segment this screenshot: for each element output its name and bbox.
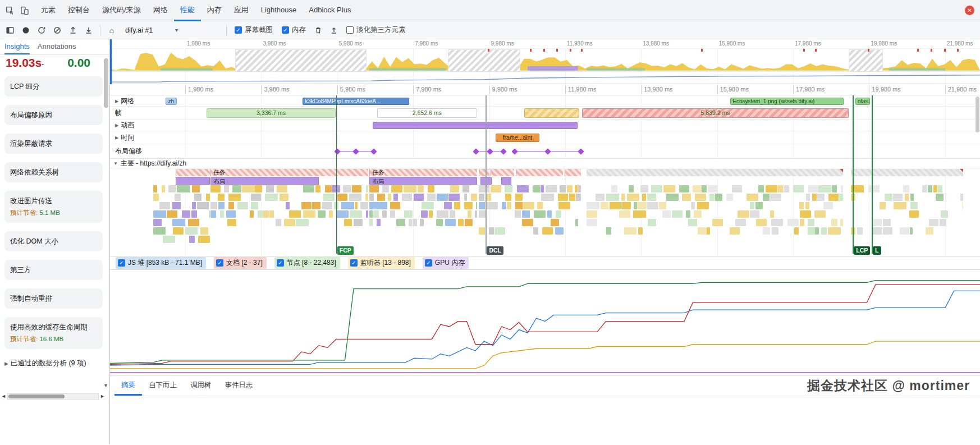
track-network[interactable]: zhk3kCo84MPvpLmixcA63oeA...Ecosystem_1.p… (110, 95, 980, 107)
details-tab-摘要[interactable]: 摘要 (115, 375, 142, 396)
track-animations[interactable]: ▶动画 (110, 120, 980, 131)
insight-card[interactable]: 使用高效的缓存生命周期预计节省: 16.6 MB (4, 317, 103, 349)
record-and-reload-icon[interactable] (35, 24, 48, 37)
tab-元素[interactable]: 元素 (35, 0, 62, 21)
marker-badge-L[interactable]: L (873, 246, 881, 255)
details-tab-调用树[interactable]: 调用树 (184, 375, 218, 396)
collect-garbage-icon[interactable] (312, 24, 325, 37)
timing-bar[interactable]: frame...aint (496, 134, 539, 142)
dock-panel-icon[interactable] (3, 24, 17, 37)
layout-shift-marker[interactable] (511, 148, 518, 154)
memory-legend-item[interactable]: GPU 内存 (423, 257, 469, 269)
legend-checkbox-icon[interactable] (118, 259, 125, 267)
save-profile-icon[interactable] (82, 24, 95, 37)
sidebar-vertical-scrollbar[interactable] (104, 58, 108, 108)
layout-shift-marker[interactable] (487, 148, 493, 154)
main-layout-bar[interactable]: 布局 (369, 177, 477, 185)
scrollbar-thumb[interactable] (976, 97, 979, 132)
memory-legend-item[interactable]: 监听器 [13 - 898] (348, 257, 415, 269)
layout-shift-marker[interactable] (371, 148, 377, 154)
memory-legend-item[interactable]: 节点 [8 - 22,483] (274, 257, 340, 269)
profile-select[interactable]: dify.ai #1 ▾ (121, 25, 222, 35)
legend-checkbox-icon[interactable] (425, 259, 432, 267)
lcp-metric-value[interactable]: 19.03s (6, 56, 42, 69)
scroll-down-arrow-icon[interactable]: ▼ (103, 383, 108, 388)
animation-bar[interactable] (373, 122, 577, 129)
screenshots-checkbox[interactable]: 屏幕截图 (235, 25, 273, 35)
insight-card[interactable]: 优化 DOM 大小 (4, 231, 103, 251)
clear-icon[interactable] (51, 24, 64, 37)
inspect-element-icon[interactable] (3, 4, 17, 17)
main-layout-bar[interactable] (480, 177, 492, 185)
marker-badge-LCP[interactable]: LCP (854, 246, 870, 255)
tracks-vertical-scrollbar[interactable] (975, 95, 980, 256)
tab-性能[interactable]: 性能 (174, 0, 201, 21)
tab-内存[interactable]: 内存 (201, 0, 228, 21)
network-request-bar[interactable]: zh (166, 98, 177, 105)
frame-bar[interactable]: 2,652.6 ms (377, 108, 477, 118)
scroll-right-arrow-icon[interactable]: ► (100, 393, 105, 399)
network-request-bar[interactable]: Ecosystem_1.png (assets.dify.ai) (730, 98, 844, 105)
layout-shift-marker[interactable] (473, 148, 479, 154)
tri-right-icon[interactable]: ▶ (115, 135, 118, 140)
insight-card[interactable]: LCP 细分 (4, 76, 103, 97)
tri-right-icon[interactable]: ▶ (115, 123, 118, 128)
tri-down-icon[interactable]: ▼ (113, 161, 118, 166)
main-layout-bar[interactable]: 布局 (210, 177, 319, 185)
dim-third-parties-checkbox[interactable]: 淡化第三方元素 (346, 25, 406, 35)
legend-checkbox-icon[interactable] (216, 259, 223, 267)
layout-shift-marker[interactable] (352, 148, 359, 154)
track-frames[interactable]: 3,336.7 ms2,652.6 ms5,839.2 ms 帧 (110, 107, 980, 120)
load-profile-icon[interactable] (66, 24, 80, 37)
home-icon[interactable]: ⌂ (105, 24, 118, 37)
tab-控制台[interactable]: 控制台 (62, 0, 96, 21)
scroll-left-arrow-icon[interactable]: ◄ (1, 393, 6, 399)
memory-counters-chart[interactable] (110, 270, 980, 375)
overview-chart[interactable] (110, 48, 980, 84)
insight-card[interactable]: 渲染屏蔽请求 (4, 134, 103, 154)
tab-源代码/来源[interactable]: 源代码/来源 (96, 0, 147, 21)
flame-chart[interactable]: 任务任务 布局布局 (110, 168, 980, 246)
layout-shift-marker[interactable] (501, 148, 507, 154)
timeline-ruler[interactable]: 1,980 ms3,980 ms5,980 ms7,980 ms9,980 ms… (110, 84, 980, 95)
legend-checkbox-icon[interactable] (350, 259, 358, 267)
layout-shift-marker[interactable] (578, 148, 584, 154)
device-toolbar-icon[interactable] (18, 4, 31, 17)
frame-bar[interactable] (524, 108, 579, 118)
legend-checkbox-icon[interactable] (277, 259, 284, 267)
frame-bar[interactable]: 3,336.7 ms (207, 108, 336, 118)
insight-card[interactable]: 强制自动重排 (4, 288, 103, 309)
memory-legend-item[interactable]: 文档 [2 - 37] (214, 257, 267, 269)
tab-应用[interactable]: 应用 (228, 0, 255, 21)
cls-metric-value[interactable]: 0.00 (67, 56, 90, 70)
main-layout-bar[interactable] (176, 177, 210, 185)
capture-settings-icon[interactable] (327, 24, 341, 37)
insight-card[interactable]: 布局偏移原因 (4, 105, 103, 125)
tab-网络[interactable]: 网络 (147, 0, 174, 21)
tab-annotations[interactable]: Annotations (38, 39, 76, 54)
memory-legend-item[interactable]: JS 堆 [853 kB - 71.1 MB] (116, 257, 206, 269)
track-timings[interactable]: frame...aint ▶时间 (110, 131, 980, 144)
tab-insights[interactable]: Insights (4, 39, 30, 54)
insight-card[interactable]: 改进图片传送预计节省: 5.1 MB (4, 191, 103, 223)
passed-insights-toggle[interactable]: ▶已通过的数据分析 (9 项) (0, 357, 109, 369)
marker-badge-FCP[interactable]: FCP (337, 246, 354, 255)
layout-shift-marker[interactable] (334, 148, 340, 154)
network-request-bar[interactable]: olas... (855, 98, 870, 105)
record-icon[interactable] (19, 24, 33, 37)
main-layout-bar[interactable] (501, 177, 511, 185)
layout-shift-marker[interactable] (544, 148, 551, 154)
insight-card[interactable]: 网络依赖关系树 (4, 162, 103, 182)
scrollbar-track[interactable] (7, 393, 99, 400)
timeline-overview[interactable]: 1,980 ms3,980 ms5,980 ms7,980 ms9,980 ms… (110, 39, 980, 84)
tab-Adblock Plus[interactable]: Adblock Plus (303, 0, 357, 21)
tab-Lighthouse[interactable]: Lighthouse (255, 0, 303, 21)
marker-badge-DCL[interactable]: DCL (487, 246, 503, 255)
tri-right-icon[interactable]: ▶ (115, 98, 118, 103)
scrollbar-thumb[interactable] (8, 394, 65, 398)
insight-card[interactable]: 第三方 (4, 260, 103, 280)
details-tab-事件日志[interactable]: 事件日志 (218, 375, 260, 396)
network-request-bar[interactable]: k3kCo84MPvpLmixcA63oeA... (303, 98, 409, 105)
track-main-thread-header[interactable]: ▼ 主要 - https://dify.ai/zh (110, 158, 980, 168)
track-layout-shifts[interactable]: 布局偏移 (110, 144, 980, 158)
